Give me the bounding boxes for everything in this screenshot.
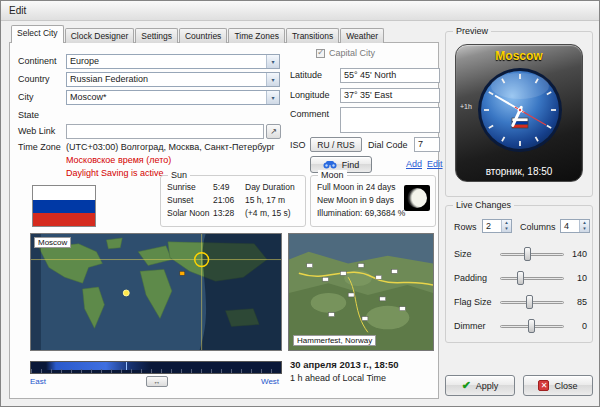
slider-thumb[interactable] — [517, 271, 524, 285]
time-zone-local-name: Московское время (лето) — [66, 155, 171, 165]
moon-title: Moon — [318, 170, 347, 180]
clock-day-time-label: вторник, 18:50 — [456, 166, 582, 177]
window-title: Edit — [9, 5, 26, 16]
time-zone-label: Time Zone — [18, 142, 61, 152]
titlebar[interactable]: Edit — [1, 1, 599, 21]
spinner-down-icon[interactable]: ▼ — [502, 226, 511, 232]
slider-thumb[interactable] — [524, 247, 531, 261]
chevron-down-icon[interactable]: ▾ — [266, 73, 279, 86]
day-night-timeline[interactable] — [30, 361, 282, 374]
columns-value: 4 — [561, 220, 579, 232]
tab-settings[interactable]: Settings — [135, 28, 178, 43]
padding-value: 10 — [563, 273, 587, 283]
day-duration-value: 15 h, 17 m — [245, 195, 285, 205]
padding-slider[interactable] — [500, 270, 564, 286]
local-time-offset-text: 1 h ahead of Local Time — [290, 373, 386, 383]
moon-groupbox: Moon Full Moon in 24 days New Moon in 9 … — [310, 175, 436, 227]
apply-button[interactable]: ✔ Apply — [445, 375, 515, 396]
sunset-value: 21:06 — [213, 195, 234, 205]
world-map-city-label: Moscow — [34, 237, 71, 248]
detail-map-image — [289, 234, 433, 350]
tab-time-zones[interactable]: Time Zones — [228, 28, 285, 43]
solar-noon-value: 13:28 — [213, 208, 234, 218]
tab-weather[interactable]: Weather — [340, 28, 384, 43]
size-slider[interactable] — [500, 246, 564, 262]
dial-code-input[interactable]: 7 — [414, 137, 440, 152]
continent-label: Continent — [18, 56, 57, 66]
detail-map-hover-label: Hammerfest, Norway — [293, 335, 376, 346]
capital-city-checkbox[interactable]: Capital City — [316, 48, 375, 58]
longitude-input[interactable]: 37° 35' East — [340, 88, 440, 103]
full-moon-text: Full Moon in 24 days — [317, 182, 395, 192]
timeline-west-label: West — [261, 377, 279, 386]
iso-label: ISO — [290, 140, 306, 150]
clock-preview-widget: Moscow +1h — [455, 44, 583, 182]
sunrise-value: 5:49 — [213, 182, 230, 192]
continent-combobox[interactable]: Europe ▾ — [66, 54, 280, 69]
city-label: City — [18, 92, 34, 102]
capital-city-label: Capital City — [329, 48, 375, 58]
city-combobox[interactable]: Moscow* ▾ — [66, 90, 280, 105]
find-label: Find — [342, 160, 360, 170]
close-icon: ✕ — [538, 380, 549, 391]
flag-size-label: Flag Size — [454, 297, 492, 307]
day-duration-delta: (+4 m, 15 s) — [245, 208, 291, 218]
open-link-button[interactable]: ↗ — [266, 124, 281, 139]
slider-thumb[interactable] — [528, 319, 535, 333]
preview-title: Preview — [453, 26, 491, 36]
rows-spinner[interactable]: 2 ▲▼ — [482, 219, 512, 233]
timeline-reset-button[interactable]: ↔ — [146, 376, 168, 387]
continent-value: Europe — [67, 55, 266, 68]
day-duration-label: Day Duration — [245, 182, 295, 192]
chevron-down-icon[interactable]: ▾ — [266, 91, 279, 104]
analog-clock-face — [476, 66, 564, 154]
edit-dialog: Edit Select City Clock Designer Settings… — [0, 0, 600, 407]
sun-title: Sun — [168, 170, 190, 180]
add-city-link[interactable]: Add — [406, 159, 422, 169]
dimmer-slider[interactable] — [500, 318, 564, 334]
dimmer-slider-row: Dimmer 0 — [446, 318, 592, 334]
latitude-input[interactable]: 55° 45' North — [340, 68, 440, 83]
edit-city-link[interactable]: Edit — [427, 159, 443, 169]
close-button[interactable]: ✕ Close — [523, 375, 593, 396]
state-label: State — [18, 110, 39, 120]
live-changes-title: Live Changes — [453, 200, 514, 210]
tab-transitions[interactable]: Transitions — [286, 28, 339, 43]
detail-map[interactable]: Hammerfest, Norway — [288, 233, 434, 351]
flag-size-value: 85 — [563, 297, 587, 307]
comment-label: Comment — [290, 109, 329, 119]
flag-size-slider-row: Flag Size 85 — [446, 294, 592, 310]
tab-countries[interactable]: Countries — [179, 28, 227, 43]
world-map[interactable]: Moscow — [30, 233, 282, 351]
clock-city-label: Moscow — [456, 49, 582, 63]
rows-label: Rows — [454, 222, 477, 232]
iso-codes-button[interactable]: RU / RUS — [310, 137, 362, 152]
tab-select-city[interactable]: Select City — [11, 25, 64, 43]
spinner-down-icon[interactable]: ▼ — [580, 226, 589, 232]
chevron-down-icon[interactable]: ▾ — [266, 55, 279, 68]
comment-input[interactable] — [340, 107, 440, 133]
web-link-input[interactable] — [66, 124, 264, 139]
city-links: AddEdit — [406, 159, 448, 169]
new-moon-text: New Moon in 9 days — [317, 195, 394, 205]
timeline-east-label: East — [30, 377, 46, 386]
city-value: Moscow* — [67, 91, 266, 104]
city-datetime-text: 30 апреля 2013 г., 18:50 — [290, 359, 399, 370]
time-zone-value: (UTC+03:00) Волгоград, Москва, Санкт-Пет… — [66, 142, 275, 152]
flag-size-slider[interactable] — [500, 294, 564, 310]
country-value: Russian Federation — [67, 73, 266, 86]
binoculars-icon — [323, 160, 337, 169]
checkbox-check-icon[interactable] — [316, 49, 325, 58]
columns-spinner[interactable]: 4 ▲▼ — [560, 219, 590, 233]
padding-label: Padding — [454, 273, 487, 283]
select-city-panel: Continent Europe ▾ Country Russian Feder… — [9, 42, 439, 399]
apply-label: Apply — [476, 381, 499, 391]
dimmer-label: Dimmer — [454, 321, 486, 331]
slider-thumb[interactable] — [526, 295, 533, 309]
external-link-icon: ↗ — [270, 127, 277, 136]
country-combobox[interactable]: Russian Federation ▾ — [66, 72, 280, 87]
moon-phase-icon — [404, 185, 430, 211]
sunset-label: Sunset — [167, 195, 193, 205]
spinner-buttons: ▲▼ — [579, 220, 589, 232]
tab-clock-designer[interactable]: Clock Designer — [65, 28, 135, 43]
